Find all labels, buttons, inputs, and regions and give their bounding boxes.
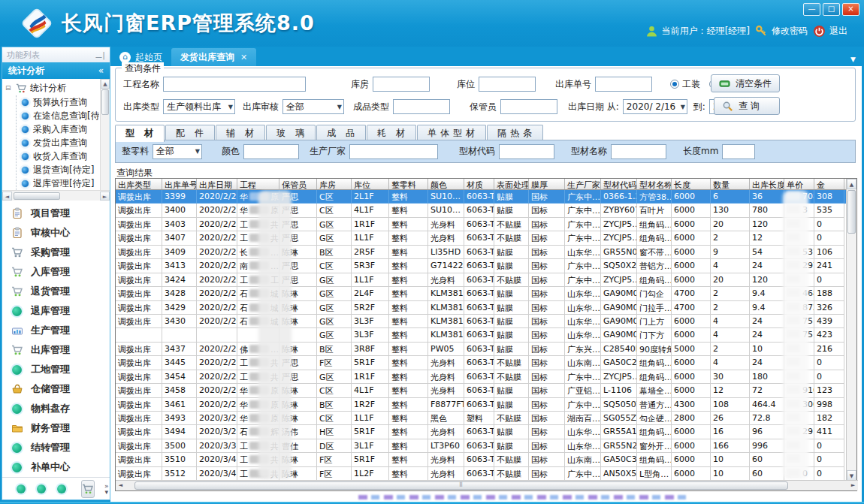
table-vertical-scrollbar[interactable]: ▲ ▼ [846, 179, 856, 481]
scroll-up-icon[interactable]: ▲ [101, 79, 110, 89]
close-button[interactable]: × [842, 3, 859, 16]
tree-item-发货出库查询[interactable]: 发货出库查询 [17, 136, 99, 149]
sidebar-item-退货管理[interactable]: 退货管理 [2, 282, 110, 301]
tree-horizontal-scrollbar[interactable]: ◄ ► [2, 190, 110, 201]
tree-item-退库管理待定[interactable]: 退库管理[待定] [17, 177, 99, 190]
maximize-button[interactable]: □ [823, 3, 840, 16]
scroll-left-icon[interactable]: ◄ [2, 192, 12, 201]
footer-cart-button[interactable] [81, 480, 95, 498]
profile-code-input[interactable] [499, 144, 554, 159]
column-header-数量[interactable]: 数量 [711, 179, 750, 189]
profile-name-input[interactable] [611, 144, 666, 159]
table-row[interactable]: 调拨出库34282020/2/26石城陈琳G区2L4F整料KLM38176063… [116, 287, 846, 300]
table-row[interactable]: 调拨出库34292020/2/26石城陈琳G区5R2F整料KLM38176063… [116, 301, 846, 315]
table-hscroll-thumb[interactable] [134, 481, 788, 490]
column-header-出库日期[interactable]: 出库日期 [197, 179, 237, 189]
tree-hscroll-thumb[interactable] [14, 192, 60, 200]
table-row[interactable]: 调拨出库34072020/2/25工共工程严思G区1L1F整料光身料6063-T… [116, 231, 846, 245]
table-row[interactable]: 调拨出库34092020/2/25长…陈琳B区2R5F整料LI35HD6063-… [116, 246, 846, 259]
color-input[interactable] [243, 144, 299, 159]
table-row[interactable]: 调拨出库34302020/2/26石城陈琳G区3L3F整料KLM38176063… [116, 315, 846, 328]
table-row[interactable]: 调拨出库35002020/3/3工共工程曹佳D区3L1F整料LT3P606063… [116, 439, 846, 453]
column-header-出库长度[interactable]: 出库长度 [750, 179, 784, 189]
table-row[interactable]: 调拨出库34032020/2/25工共工程严思G区1R1F整料光身料6063-T… [116, 218, 846, 231]
table-row[interactable]: 调拨出库34452020/2/27工共工程严思F区5R1F整料光身料6063-T… [116, 356, 846, 370]
sidebar-item-结转管理[interactable]: 结转管理 [2, 438, 110, 457]
sidebar-item-物料盘存[interactable]: 物料盘存 [2, 399, 110, 418]
scroll-right-icon[interactable]: ► [100, 192, 110, 201]
column-header-出库单号[interactable]: 出库单号 [162, 179, 197, 189]
table-row[interactable]: 调拨出库34582020/2/28华原…陈琳C区4L1F整料光身料6063-T5… [116, 384, 846, 397]
table-horizontal-scrollbar[interactable]: ◄ ► [116, 480, 858, 490]
column-header-保管员[interactable]: 保管员 [279, 179, 317, 189]
column-header-库位[interactable]: 库位 [352, 179, 389, 189]
footer-dot-icon[interactable] [17, 484, 26, 493]
table-row[interactable]: 调拨出库34002020/2/25华原…严思C区4L1F整料SU10…6063-… [116, 204, 846, 217]
tab-close-icon[interactable]: ✕ [240, 53, 247, 62]
tree-vscroll-thumb[interactable] [101, 89, 109, 115]
search-button[interactable]: 查 询 [714, 97, 780, 115]
table-row[interactable]: 调拨出库35122020/3/4工共工程陈琳F区1L2F整料光身料6063-T5… [116, 467, 846, 481]
order-no-input[interactable] [595, 77, 652, 92]
tree-root-node[interactable]: ⊟ 统计分析 [5, 80, 99, 95]
table-row[interactable]: G区3L3F整料KLM38176063-T5贴膜国标山东华…GA90M09…门下… [116, 328, 846, 342]
warehouse-input[interactable] [373, 77, 430, 92]
column-header-表面处理[interactable]: 表面处理 [494, 179, 529, 189]
logout-button[interactable]: 退出 [813, 25, 847, 38]
tree-item-采购入库查询[interactable]: 采购入库查询 [17, 122, 99, 136]
scroll-left-icon[interactable]: ◄ [116, 481, 125, 490]
radio-industrial[interactable]: 工装 [670, 78, 700, 91]
scroll-up-icon[interactable]: ▲ [847, 179, 856, 189]
sidebar-item-审核中心[interactable]: 审核中心 [2, 223, 110, 243]
tree-expand-icon[interactable]: ⊟ [5, 84, 13, 92]
column-header-型材名称[interactable]: 型材名称 [637, 179, 672, 189]
tree-vertical-scrollbar[interactable]: ▲ [100, 79, 110, 190]
audit-select[interactable]: 全部▼ [282, 99, 344, 114]
out-type-select[interactable]: 生产领料出库▼ [163, 99, 235, 114]
tab-list-dropdown-icon[interactable]: ▼ [850, 56, 862, 66]
location-input[interactable] [479, 77, 536, 92]
footer-dot-icon[interactable] [57, 484, 66, 493]
table-row[interactable]: 调拨出库34242020/2/26工工程严思G区1L1F整料光身料6063-T5… [116, 273, 846, 287]
table-row[interactable]: 调拨出库34372020/2/27佛…陈琳B区3R8F整料PW056063-T5… [116, 343, 846, 356]
tree-item-预算执行查询[interactable]: 预算执行查询 [17, 95, 99, 109]
column-header-金[interactable]: 金 [814, 179, 844, 189]
collapse-icon[interactable]: « [98, 65, 104, 76]
column-header-型材代码[interactable]: 型材代码 [601, 179, 637, 189]
column-header-膜厚[interactable]: 膜厚 [529, 179, 565, 189]
sidebar-item-生产管理[interactable]: 生产管理 [2, 321, 110, 340]
table-row[interactable]: 调拨出库34942020/3/2石辉城汤伟H区5R1F整料光身料6063-T5贴… [116, 425, 846, 439]
column-header-生产厂家[interactable]: 生产厂家 [565, 179, 601, 189]
table-vscroll-thumb[interactable] [847, 190, 856, 234]
project-name-input[interactable] [163, 77, 306, 92]
pin-icon[interactable]: ⚊| [95, 50, 105, 60]
table-row[interactable]: 调拨出库34542020/2/28工共工程严思G区1R1F整料光身料6063-T… [116, 370, 846, 384]
column-header-工程[interactable]: 工程 [237, 179, 279, 189]
column-header-整零料[interactable]: 整零料 [389, 179, 428, 189]
sidebar-item-入库管理[interactable]: 入库管理 [2, 262, 110, 282]
column-header-长度[interactable]: 长度 [672, 179, 711, 189]
tree-item-退货查询待定[interactable]: 退货查询[待定] [17, 163, 99, 177]
keeper-input[interactable] [500, 99, 557, 114]
product-type-input[interactable] [393, 99, 450, 114]
tab-shipment-query[interactable]: 发货出库查询 ✕ [171, 48, 256, 66]
sidebar-item-补单中心[interactable]: 补单中心 [2, 457, 110, 477]
clear-conditions-button[interactable]: 清空条件 [711, 74, 780, 92]
scroll-right-icon[interactable]: ► [848, 481, 858, 490]
table-row[interactable]: 调拨出库34612020/2/28华原…陈琳B区1R2F整料F8877FT606… [116, 398, 846, 412]
column-header-出库类型[interactable]: 出库类型 [116, 179, 162, 189]
table-row[interactable]: 调拨出库35102020/3/4工共工程陈琳F区5R1F整料光身料6063-T5… [116, 453, 846, 466]
column-header-单价[interactable]: 单价 [784, 179, 814, 189]
menu-overflow-button[interactable]: »▾ [104, 483, 109, 495]
column-header-颜色[interactable]: 颜色 [428, 179, 464, 189]
sidebar-item-出库管理[interactable]: 出库管理 [2, 340, 110, 360]
tree-item-收货入库查询[interactable]: 收货入库查询 [17, 149, 99, 163]
date-from-picker[interactable]: 2020/ 2/16▼ [623, 99, 687, 114]
whole-part-select[interactable]: 全部▼ [153, 144, 202, 159]
sidebar-item-退库管理[interactable]: 退库管理 [2, 301, 110, 321]
footer-dot-icon[interactable] [37, 484, 46, 493]
table-row[interactable]: 调拨出库34132020/2/26南…严思C区5R3F整料G714226063-… [116, 259, 846, 273]
subtab-型材[interactable]: 型材 [115, 125, 165, 142]
sidebar-item-采购管理[interactable]: 采购管理 [2, 243, 110, 262]
sidebar-item-项目管理[interactable]: 项目管理 [2, 204, 110, 223]
